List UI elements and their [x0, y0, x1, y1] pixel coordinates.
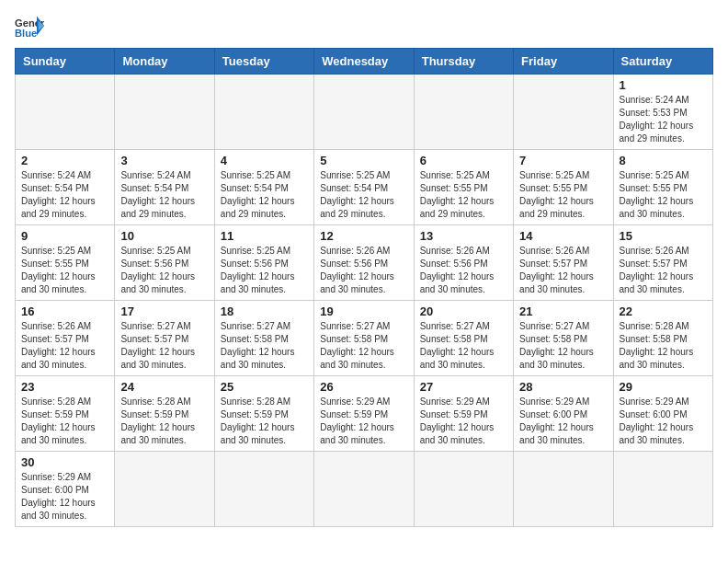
calendar-cell	[414, 75, 513, 150]
calendar-cell: 23Sunrise: 5:28 AM Sunset: 5:59 PM Dayli…	[16, 376, 115, 452]
day-info: Sunrise: 5:27 AM Sunset: 5:58 PM Dayligh…	[221, 320, 308, 372]
day-info: Sunrise: 5:28 AM Sunset: 5:59 PM Dayligh…	[221, 396, 308, 447]
calendar-cell: 5Sunrise: 5:25 AM Sunset: 5:54 PM Daylig…	[314, 150, 414, 225]
calendar-cell: 4Sunrise: 5:25 AM Sunset: 5:54 PM Daylig…	[214, 150, 313, 225]
day-info: Sunrise: 5:27 AM Sunset: 5:58 PM Dayligh…	[519, 320, 607, 372]
calendar-cell: 24Sunrise: 5:28 AM Sunset: 5:59 PM Dayli…	[115, 376, 214, 452]
day-info: Sunrise: 5:26 AM Sunset: 5:56 PM Dayligh…	[420, 245, 507, 296]
calendar-cell: 22Sunrise: 5:28 AM Sunset: 5:58 PM Dayli…	[613, 301, 712, 376]
calendar-cell: 9Sunrise: 5:25 AM Sunset: 5:55 PM Daylig…	[16, 225, 115, 301]
day-number: 28	[519, 380, 607, 394]
day-info: Sunrise: 5:26 AM Sunset: 5:57 PM Dayligh…	[519, 245, 607, 296]
day-number: 3	[120, 154, 208, 167]
day-number: 1	[620, 78, 707, 92]
day-number: 13	[420, 229, 507, 243]
day-info: Sunrise: 5:25 AM Sunset: 5:55 PM Dayligh…	[420, 169, 507, 221]
day-number: 12	[320, 229, 407, 243]
calendar-cell	[514, 452, 613, 527]
day-number: 30	[21, 455, 108, 469]
day-number: 21	[519, 304, 607, 318]
day-number: 17	[120, 304, 208, 318]
calendar-header-monday: Monday	[115, 49, 214, 75]
day-info: Sunrise: 5:25 AM Sunset: 5:55 PM Dayligh…	[519, 169, 607, 221]
calendar-cell	[214, 75, 313, 150]
day-info: Sunrise: 5:26 AM Sunset: 5:57 PM Dayligh…	[21, 320, 108, 372]
calendar-cell	[314, 75, 414, 150]
calendar-header-saturday: Saturday	[613, 49, 712, 75]
day-info: Sunrise: 5:25 AM Sunset: 5:56 PM Dayligh…	[120, 245, 208, 296]
calendar-cell: 16Sunrise: 5:26 AM Sunset: 5:57 PM Dayli…	[16, 301, 115, 376]
svg-text:Blue: Blue	[15, 28, 37, 39]
calendar-table: SundayMondayTuesdayWednesdayThursdayFrid…	[15, 48, 713, 527]
calendar-cell: 10Sunrise: 5:25 AM Sunset: 5:56 PM Dayli…	[115, 225, 214, 301]
calendar-cell: 13Sunrise: 5:26 AM Sunset: 5:56 PM Dayli…	[414, 225, 513, 301]
day-number: 26	[320, 380, 407, 394]
calendar-header-wednesday: Wednesday	[314, 49, 414, 75]
calendar-cell	[16, 75, 115, 150]
calendar-cell: 14Sunrise: 5:26 AM Sunset: 5:57 PM Dayli…	[514, 225, 613, 301]
day-number: 14	[519, 229, 607, 243]
calendar-week-5: 23Sunrise: 5:28 AM Sunset: 5:59 PM Dayli…	[16, 376, 713, 452]
calendar-cell	[514, 75, 613, 150]
day-number: 29	[620, 380, 707, 394]
calendar-cell: 11Sunrise: 5:25 AM Sunset: 5:56 PM Dayli…	[214, 225, 313, 301]
calendar-cell: 1Sunrise: 5:24 AM Sunset: 5:53 PM Daylig…	[613, 75, 712, 150]
day-number: 16	[21, 304, 108, 318]
calendar-cell: 18Sunrise: 5:27 AM Sunset: 5:58 PM Dayli…	[214, 301, 313, 376]
calendar-cell: 15Sunrise: 5:26 AM Sunset: 5:57 PM Dayli…	[613, 225, 712, 301]
day-info: Sunrise: 5:25 AM Sunset: 5:55 PM Dayligh…	[21, 245, 108, 296]
day-number: 4	[221, 154, 308, 167]
calendar-week-4: 16Sunrise: 5:26 AM Sunset: 5:57 PM Dayli…	[16, 301, 713, 376]
calendar-cell: 6Sunrise: 5:25 AM Sunset: 5:55 PM Daylig…	[414, 150, 513, 225]
day-number: 19	[320, 304, 407, 318]
day-number: 7	[519, 154, 607, 167]
day-number: 10	[120, 229, 208, 243]
calendar-cell	[414, 452, 513, 527]
calendar-cell: 19Sunrise: 5:27 AM Sunset: 5:58 PM Dayli…	[314, 301, 414, 376]
day-info: Sunrise: 5:28 AM Sunset: 5:59 PM Dayligh…	[120, 396, 208, 447]
day-number: 9	[21, 229, 108, 243]
day-number: 18	[221, 304, 308, 318]
day-info: Sunrise: 5:28 AM Sunset: 5:58 PM Dayligh…	[620, 320, 707, 372]
day-info: Sunrise: 5:29 AM Sunset: 6:00 PM Dayligh…	[519, 396, 607, 447]
day-info: Sunrise: 5:29 AM Sunset: 5:59 PM Dayligh…	[320, 396, 407, 447]
logo: General Blue	[15, 15, 44, 40]
logo-icon: General Blue	[15, 15, 44, 40]
calendar-cell	[214, 452, 313, 527]
day-number: 8	[620, 154, 707, 167]
day-info: Sunrise: 5:26 AM Sunset: 5:56 PM Dayligh…	[320, 245, 407, 296]
day-info: Sunrise: 5:24 AM Sunset: 5:54 PM Dayligh…	[120, 169, 208, 221]
day-info: Sunrise: 5:24 AM Sunset: 5:53 PM Dayligh…	[620, 94, 707, 145]
day-number: 25	[221, 380, 308, 394]
calendar-cell: 20Sunrise: 5:27 AM Sunset: 5:58 PM Dayli…	[414, 301, 513, 376]
calendar-week-3: 9Sunrise: 5:25 AM Sunset: 5:55 PM Daylig…	[16, 225, 713, 301]
day-number: 11	[221, 229, 308, 243]
page-header: General Blue	[15, 15, 713, 40]
day-info: Sunrise: 5:27 AM Sunset: 5:57 PM Dayligh…	[120, 320, 208, 372]
day-info: Sunrise: 5:28 AM Sunset: 5:59 PM Dayligh…	[21, 396, 108, 447]
calendar-header-tuesday: Tuesday	[214, 49, 313, 75]
calendar-cell: 28Sunrise: 5:29 AM Sunset: 6:00 PM Dayli…	[514, 376, 613, 452]
calendar-header-friday: Friday	[514, 49, 613, 75]
calendar-cell: 30Sunrise: 5:29 AM Sunset: 6:00 PM Dayli…	[16, 452, 115, 527]
day-info: Sunrise: 5:29 AM Sunset: 6:00 PM Dayligh…	[620, 396, 707, 447]
day-info: Sunrise: 5:25 AM Sunset: 5:55 PM Dayligh…	[620, 169, 707, 221]
calendar-cell	[115, 75, 214, 150]
calendar-header-sunday: Sunday	[16, 49, 115, 75]
calendar-cell: 12Sunrise: 5:26 AM Sunset: 5:56 PM Dayli…	[314, 225, 414, 301]
calendar-cell: 8Sunrise: 5:25 AM Sunset: 5:55 PM Daylig…	[613, 150, 712, 225]
calendar-header-row: SundayMondayTuesdayWednesdayThursdayFrid…	[16, 49, 713, 75]
calendar-week-6: 30Sunrise: 5:29 AM Sunset: 6:00 PM Dayli…	[16, 452, 713, 527]
day-number: 15	[620, 229, 707, 243]
calendar-cell: 27Sunrise: 5:29 AM Sunset: 5:59 PM Dayli…	[414, 376, 513, 452]
calendar-header-thursday: Thursday	[414, 49, 513, 75]
calendar-cell: 7Sunrise: 5:25 AM Sunset: 5:55 PM Daylig…	[514, 150, 613, 225]
day-number: 27	[420, 380, 507, 394]
calendar-cell: 17Sunrise: 5:27 AM Sunset: 5:57 PM Dayli…	[115, 301, 214, 376]
day-number: 20	[420, 304, 507, 318]
day-info: Sunrise: 5:26 AM Sunset: 5:57 PM Dayligh…	[620, 245, 707, 296]
calendar-week-2: 2Sunrise: 5:24 AM Sunset: 5:54 PM Daylig…	[16, 150, 713, 225]
day-info: Sunrise: 5:25 AM Sunset: 5:56 PM Dayligh…	[221, 245, 308, 296]
calendar-cell	[115, 452, 214, 527]
calendar-cell: 26Sunrise: 5:29 AM Sunset: 5:59 PM Dayli…	[314, 376, 414, 452]
